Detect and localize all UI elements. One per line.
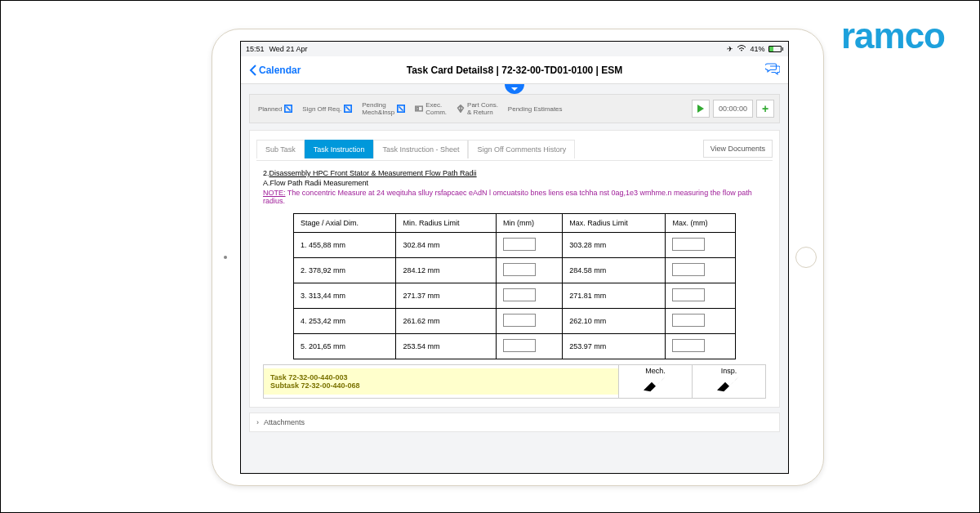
page-title: Task Card Details8 | 72-32-00-TD01-0100 … xyxy=(407,65,623,76)
instruction-heading: 2.Disassembly HPC Front Stator & Measure… xyxy=(263,169,766,177)
screen: 15:51 Wed 21 Apr ✈ 41% Calendar Task Car… xyxy=(240,41,789,474)
cell-max-input[interactable] xyxy=(666,283,736,309)
home-button[interactable] xyxy=(795,247,817,268)
battery-icon xyxy=(768,46,784,52)
th-max: Max. (mm) xyxy=(666,214,736,233)
cell-min-input[interactable] xyxy=(497,283,563,309)
cell-stage: 2. 378,92 mm xyxy=(293,258,395,283)
tab-task-instruction[interactable]: Task Instruction xyxy=(305,140,374,158)
wifi-icon xyxy=(737,45,746,54)
filter-bar: Planned Sign Off Req. Pending Mech&Insp … xyxy=(249,94,780,123)
table-row: 3. 313,44 mm271.37 mm271.81 mm xyxy=(293,283,735,309)
airplane-icon: ✈ xyxy=(727,45,733,53)
cell-max-limit: 262.10 mm xyxy=(563,309,666,334)
camera-dot xyxy=(224,256,227,259)
ipad-frame: › 15:51 Wed 21 Apr ✈ 41% Cal xyxy=(212,29,824,486)
cell-stage: 1. 455,88 mm xyxy=(293,233,395,258)
instruction-note: NOTE: The concentric Measure at 24 weqit… xyxy=(263,189,766,205)
back-button[interactable]: Calendar xyxy=(249,65,301,76)
table-row: 4. 253,42 mm261.62 mm262.10 mm xyxy=(293,309,735,334)
cell-min-limit: 261.62 mm xyxy=(396,309,497,334)
chevron-right-icon: › xyxy=(256,418,259,426)
tab-signoff-history[interactable]: Sign Off Comments History xyxy=(468,140,575,158)
table-row: 5. 201,65 mm253.54 mm253.97 mm xyxy=(293,334,735,359)
add-button[interactable]: + xyxy=(756,100,774,118)
cell-max-input[interactable] xyxy=(666,258,736,283)
cell-max-limit: 303.28 mm xyxy=(563,233,666,258)
brand-logo: ramco xyxy=(841,16,945,56)
signoff-task-ids: Task 72-32-00-440-003 Subtask 72-32-00-4… xyxy=(264,368,618,395)
signoff-mech[interactable]: Mech. xyxy=(618,365,692,398)
tab-row: Sub Task Task Instruction Task Instructi… xyxy=(256,137,773,160)
signoff-row: Task 72-32-00-440-003 Subtask 72-32-00-4… xyxy=(263,364,766,399)
cell-stage: 3. 313,44 mm xyxy=(293,283,395,309)
filter-part-cons[interactable]: Part Cons. & Return xyxy=(453,101,501,116)
status-bar: 15:51 Wed 21 Apr ✈ 41% xyxy=(241,42,788,56)
signature-icon xyxy=(693,377,765,395)
measurement-table: Stage / Axial Dim. Min. Radius Limit Min… xyxy=(293,213,736,359)
play-button[interactable] xyxy=(692,100,710,118)
chat-icon[interactable] xyxy=(765,61,780,79)
back-label: Calendar xyxy=(259,65,301,76)
th-max-limit: Max. Radius Limit xyxy=(563,214,666,233)
status-time: 15:51 xyxy=(246,45,265,53)
filter-planned[interactable]: Planned xyxy=(255,105,296,113)
tab-sub-task[interactable]: Sub Task xyxy=(256,140,305,158)
cell-max-limit: 284.58 mm xyxy=(563,258,666,283)
cell-stage: 5. 201,65 mm xyxy=(293,334,395,359)
card-body: 2.Disassembly HPC Front Stator & Measure… xyxy=(256,160,773,407)
tab-task-instruction-sheet[interactable]: Task Instruction - Sheet xyxy=(373,140,468,158)
cell-stage: 4. 253,42 mm xyxy=(293,309,395,334)
view-documents-button[interactable]: View Documents xyxy=(703,140,773,158)
signature-icon xyxy=(619,377,692,395)
cell-max-limit: 253.97 mm xyxy=(563,334,666,359)
nav-bar: Calendar Task Card Details8 | 72-32-00-T… xyxy=(241,56,788,84)
cell-max-input[interactable] xyxy=(666,233,736,258)
cell-min-limit: 253.54 mm xyxy=(396,334,497,359)
table-row: 2. 378,92 mm284.12 mm284.58 mm xyxy=(293,258,735,283)
svg-rect-4 xyxy=(416,108,418,110)
cell-min-input[interactable] xyxy=(497,334,563,359)
timer-display: 00:00:00 xyxy=(713,100,753,118)
filter-pending-est[interactable]: Pending Estimates xyxy=(505,105,566,113)
cell-min-input[interactable] xyxy=(497,258,563,283)
instruction-sub-heading: A.Flow Path Radii Measurement xyxy=(263,179,766,187)
signoff-insp[interactable]: Insp. xyxy=(692,365,765,398)
cell-max-input[interactable] xyxy=(666,309,736,334)
filter-pending-mech[interactable]: Pending Mech&Insp xyxy=(359,101,408,116)
filter-signoff-req[interactable]: Sign Off Req. xyxy=(299,105,355,113)
battery-percent: 41% xyxy=(750,45,764,53)
cell-max-input[interactable] xyxy=(666,334,736,359)
cell-min-input[interactable] xyxy=(497,233,563,258)
table-row: 1. 455,88 mm302.84 mm303.28 mm xyxy=(293,233,735,258)
cell-max-limit: 271.81 mm xyxy=(563,283,666,309)
content-area: Planned Sign Off Req. Pending Mech&Insp … xyxy=(241,84,788,473)
th-stage: Stage / Axial Dim. xyxy=(293,214,395,233)
filter-exec-comm[interactable]: Exec. Comm. xyxy=(412,101,450,116)
th-min: Min (mm) xyxy=(497,214,563,233)
th-min-limit: Min. Radius Limit xyxy=(396,214,497,233)
task-card: Sub Task Task Instruction Task Instructi… xyxy=(249,130,780,408)
status-date: Wed 21 Apr xyxy=(270,45,308,53)
cell-min-input[interactable] xyxy=(497,309,563,334)
cell-min-limit: 271.37 mm xyxy=(396,283,497,309)
attachments-row[interactable]: › Attachments xyxy=(249,413,780,432)
cell-min-limit: 302.84 mm xyxy=(396,233,497,258)
cell-min-limit: 284.12 mm xyxy=(396,258,497,283)
